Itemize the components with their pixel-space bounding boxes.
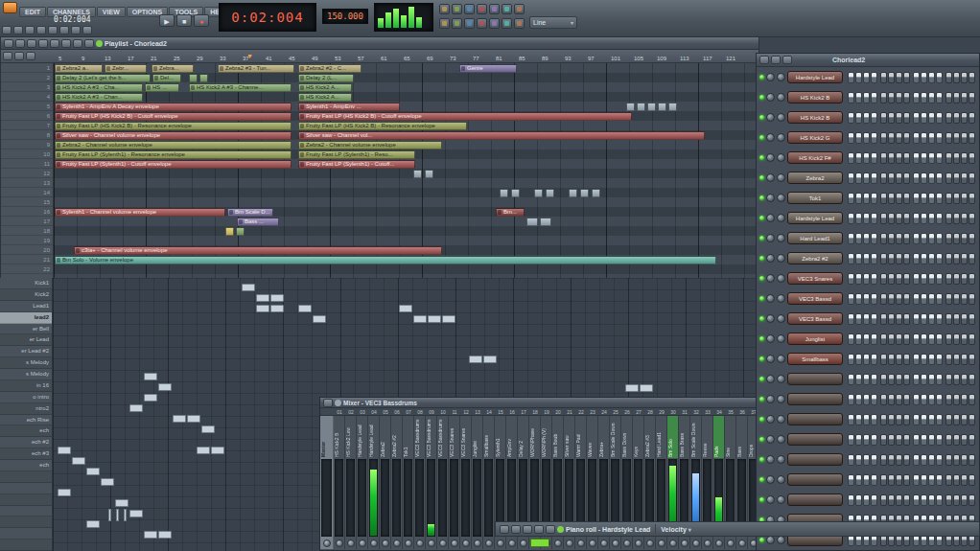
- pattern-name[interactable]: Lead1: [0, 301, 52, 312]
- menu-edit[interactable]: EDIT: [19, 7, 46, 17]
- pan-knob[interactable]: [323, 540, 331, 547]
- channel-button[interactable]: VEC3 Bassd: [787, 312, 843, 325]
- loop-record-icon[interactable]: [489, 4, 500, 14]
- step-cell[interactable]: [961, 112, 968, 124]
- volume-knob[interactable]: [777, 294, 785, 303]
- step-cell[interactable]: [936, 92, 943, 103]
- pan-knob[interactable]: [612, 540, 619, 547]
- step-cell[interactable]: [903, 213, 910, 224]
- step-cell[interactable]: [961, 474, 968, 486]
- pattern-clip[interactable]: Del...: [152, 74, 181, 82]
- playlist-track-label[interactable]: 18: [1, 226, 53, 236]
- step-cell[interactable]: [903, 354, 910, 365]
- step-cell[interactable]: [968, 374, 975, 385]
- step-cell[interactable]: [863, 193, 870, 204]
- step-cell[interactable]: [953, 92, 960, 103]
- pan-knob[interactable]: [589, 540, 596, 547]
- pattern-name[interactable]: er Lead: [0, 334, 52, 346]
- step-cell[interactable]: [871, 414, 877, 425]
- pan-knob[interactable]: [405, 540, 412, 547]
- channel-enable-led[interactable]: [759, 296, 764, 301]
- pattern-name[interactable]: [0, 483, 52, 494]
- step-cell[interactable]: [953, 172, 960, 184]
- step-cell[interactable]: [855, 313, 862, 325]
- step-cell[interactable]: [871, 313, 877, 325]
- pan-knob[interactable]: [766, 234, 775, 242]
- step-cell[interactable]: [903, 72, 910, 83]
- step-cell[interactable]: [945, 72, 952, 83]
- note-block[interactable]: [428, 315, 441, 323]
- step-cell[interactable]: [888, 253, 895, 264]
- step-cell[interactable]: [968, 92, 975, 103]
- step-cell[interactable]: [913, 474, 920, 486]
- stop-button[interactable]: ■: [176, 14, 192, 27]
- step-cell[interactable]: [968, 354, 975, 365]
- draw-tool-icon[interactable]: [4, 39, 13, 48]
- step-cell[interactable]: [888, 92, 895, 103]
- pattern-clip[interactable]: [534, 189, 543, 197]
- note-block[interactable]: [144, 531, 157, 539]
- pianoroll-paint-icon[interactable]: [523, 525, 532, 534]
- step-cell[interactable]: [968, 112, 975, 124]
- mixer-master-strip[interactable]: Master: [320, 416, 334, 549]
- step-cell[interactable]: [968, 132, 975, 144]
- channel-enable-led[interactable]: [759, 175, 764, 180]
- pattern-clip[interactable]: [569, 189, 577, 197]
- step-cell[interactable]: [863, 172, 870, 184]
- channel-button[interactable]: VEC3 Bassd: [787, 292, 843, 305]
- step-cell[interactable]: [913, 213, 920, 224]
- step-cell[interactable]: [961, 494, 968, 506]
- channel-button[interactable]: [787, 433, 843, 446]
- step-cell[interactable]: [936, 494, 943, 506]
- zoom-tool-icon[interactable]: [84, 39, 94, 48]
- pianoroll-menu-icon[interactable]: [500, 525, 509, 534]
- step-cell[interactable]: [945, 233, 952, 244]
- channel-enable-led[interactable]: [759, 336, 764, 341]
- step-cell[interactable]: [880, 253, 887, 264]
- step-cell[interactable]: [913, 112, 920, 124]
- pan-knob[interactable]: [577, 540, 585, 547]
- step-cell[interactable]: [848, 92, 854, 103]
- pan-knob[interactable]: [766, 495, 775, 504]
- playlist-track-label[interactable]: 7: [1, 121, 53, 130]
- step-cell[interactable]: [855, 213, 862, 224]
- channel-button[interactable]: [787, 393, 843, 405]
- step-cell[interactable]: [961, 434, 968, 446]
- step-cell[interactable]: [848, 293, 854, 305]
- toolbar-icon[interactable]: [2, 26, 12, 34]
- mixer-strip[interactable]: HS Kick2 B: [334, 416, 345, 549]
- step-cell[interactable]: [936, 374, 943, 385]
- pianoroll-toggle-icon[interactable]: [477, 18, 487, 29]
- pattern-clip[interactable]: [658, 103, 666, 111]
- channel-enable-led[interactable]: [759, 155, 764, 160]
- step-cell[interactable]: [936, 112, 943, 124]
- step-cell[interactable]: [863, 273, 870, 285]
- time-display[interactable]: 0:02:004: [219, 3, 316, 32]
- step-cell[interactable]: [961, 92, 968, 103]
- step-cell[interactable]: [855, 253, 862, 264]
- pan-knob[interactable]: [766, 395, 775, 403]
- note-block[interactable]: [313, 315, 326, 323]
- step-cell[interactable]: [896, 112, 902, 124]
- step-cell[interactable]: [855, 494, 862, 506]
- playhead-marker[interactable]: ▼: [246, 52, 253, 61]
- step-cell[interactable]: [855, 92, 862, 103]
- channel-button[interactable]: [787, 413, 843, 425]
- step-cell[interactable]: [863, 354, 870, 365]
- step-cell[interactable]: [928, 313, 935, 325]
- step-cell[interactable]: [863, 253, 870, 264]
- rack-menu-icon[interactable]: [759, 56, 769, 64]
- pianoroll-titlebar[interactable]: Piano roll - Hardstyle Lead Velocity ▾: [495, 521, 980, 537]
- channel-button[interactable]: Hardstyle Lead: [787, 71, 843, 83]
- step-cell[interactable]: [953, 253, 960, 264]
- channel-button[interactable]: Zebra2: [787, 172, 843, 184]
- step-cell[interactable]: [921, 494, 927, 506]
- pan-knob[interactable]: [766, 334, 775, 343]
- step-cell[interactable]: [871, 233, 877, 244]
- step-cell[interactable]: [921, 333, 927, 345]
- step-cell[interactable]: [871, 494, 877, 506]
- browser-toggle-icon[interactable]: [489, 18, 500, 29]
- mute-tool-icon[interactable]: [38, 39, 48, 48]
- step-cell[interactable]: [928, 213, 935, 224]
- note-block[interactable]: [270, 305, 284, 312]
